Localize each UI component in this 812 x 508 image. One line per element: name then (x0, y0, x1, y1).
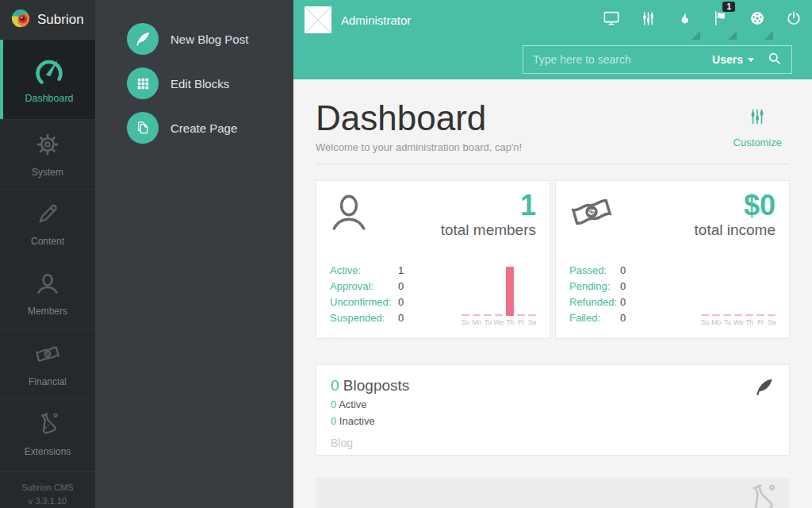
page-subtitle: Welcome to your administration board, ca… (316, 141, 522, 153)
members-card: 1 total members Active:1 Approval:0 Unco… (316, 180, 550, 339)
cache-flame-button[interactable] (666, 0, 703, 40)
sidebar-item-members[interactable]: Members (0, 259, 95, 329)
search-box: Users (523, 45, 792, 74)
blog-active-row: 0 Active (331, 398, 775, 411)
sidebar-item-label: Extensions (25, 446, 71, 457)
stat-value: 0 (620, 296, 626, 308)
chart-day-label: Tu (723, 318, 730, 326)
chart-column: Su (462, 314, 469, 326)
stat-row: Active:1 (330, 263, 404, 279)
stat-row: Failed:0 (569, 310, 626, 326)
subrion-logo-icon (10, 8, 31, 32)
stat-label[interactable]: Failed: (569, 310, 620, 326)
sidebar-item-dashboard[interactable]: Dashboard (0, 40, 95, 119)
sidebar-item-financial[interactable]: $ Financial (0, 329, 95, 398)
chart-day-label: Fr (518, 318, 524, 326)
search-icon (767, 51, 782, 68)
blog-inactive-count: 0 (331, 415, 336, 427)
stat-row: Pending:0 (569, 279, 626, 294)
sidebar: Subrion Dashboard Syste (0, 0, 95, 508)
flask-icon (35, 411, 60, 440)
flame-icon (677, 11, 692, 29)
stat-row: Unconfirmed:0 (330, 294, 404, 310)
quick-action-create-page[interactable]: Create Page (95, 112, 293, 144)
chart-column: Th (506, 267, 514, 326)
feather-icon (127, 23, 159, 55)
topbar-user-row: Administrator (293, 0, 812, 40)
stat-row: Refunded:0 (569, 294, 626, 310)
stat-label[interactable]: Pending: (569, 279, 620, 294)
avatar[interactable] (304, 6, 331, 33)
stat-label[interactable]: Unconfirmed: (330, 294, 398, 310)
chart-day-label: Mo (711, 318, 721, 326)
brand-name: Subrion (37, 12, 84, 28)
search-scope-dropdown[interactable]: Users (712, 53, 754, 66)
blogposts-title-label: Blogposts (343, 377, 409, 394)
stat-label[interactable]: Passed: (569, 263, 620, 279)
desktop-preview-button[interactable] (593, 0, 630, 40)
chart-column: Th (745, 314, 753, 326)
quick-action-edit-blocks[interactable]: Edit Blocks (95, 67, 293, 99)
total-income-value: $0 (695, 191, 776, 220)
wheel-icon (749, 10, 765, 29)
blog-active-label: Active (339, 398, 366, 410)
person-icon (36, 272, 59, 299)
sidebar-item-content[interactable]: Content (0, 189, 95, 259)
stat-value: 0 (620, 264, 626, 276)
pages-icon (127, 112, 159, 144)
logout-power-button[interactable] (776, 0, 812, 40)
stat-value: 0 (398, 312, 404, 324)
sidebar-item-system[interactable]: System (0, 119, 95, 189)
gear-icon (35, 132, 60, 160)
page-title: Dashboard (316, 99, 522, 137)
quick-action-label: New Blog Post (170, 33, 248, 46)
total-members-value: 1 (441, 191, 536, 220)
brand-logo[interactable]: Subrion (0, 0, 95, 40)
chart-day-label: Sa (768, 318, 776, 326)
stat-label[interactable]: Approval: (330, 279, 398, 294)
chart-column: Mo (712, 314, 720, 326)
members-week-chart: SuMoTuWeThFrSa (462, 267, 536, 326)
members-stats: Active:1 Approval:0 Unconfirmed:0 Suspen… (330, 263, 404, 326)
chart-day-label: Th (506, 318, 514, 326)
user-name[interactable]: Administrator (341, 13, 411, 27)
chart-column: Su (701, 314, 709, 326)
stat-value: 0 (620, 312, 626, 324)
sidebar-item-label: System (32, 167, 63, 178)
cms-version: Subrion CMS v 3.3.1.10 (0, 471, 95, 508)
page-head: Dashboard Welcome to your administration… (316, 99, 790, 153)
stat-value: 0 (398, 280, 404, 292)
plugins-wheel-button[interactable] (739, 0, 776, 40)
stat-label[interactable]: Active: (330, 263, 398, 279)
customize-button[interactable]: Customize (733, 99, 790, 153)
customize-sliders-icon (749, 115, 766, 129)
quick-action-new-blog-post[interactable]: New Blog Post (95, 23, 293, 55)
extensions-widget (316, 478, 790, 508)
blog-active-count: 0 (331, 398, 336, 410)
notification-badge: 1 (722, 2, 735, 12)
customize-label: Customize (733, 137, 782, 148)
chart-column: Fr (517, 314, 525, 326)
banknote-outline-icon: $ (569, 191, 614, 239)
search-input[interactable] (533, 53, 706, 66)
stat-label[interactable]: Refunded: (569, 294, 620, 310)
quick-action-label: Create Page (170, 121, 237, 135)
sidebar-item-extensions[interactable]: Extensions (0, 398, 95, 468)
sidebar-item-label: Financial (29, 376, 67, 387)
content: Dashboard Welcome to your administration… (293, 79, 812, 508)
topbar-search-row: Users (293, 40, 812, 79)
chart-column: Tu (723, 314, 731, 326)
blogposts-count: 0 (331, 377, 339, 394)
sliders-icon (641, 11, 656, 29)
chart-day-label: We (494, 318, 504, 326)
caret-down-icon (748, 58, 754, 62)
income-card: $ $0 total income Passed:0 Pending:0 Ref… (555, 180, 790, 339)
blogposts-title[interactable]: 0 Blogposts (331, 377, 775, 394)
stat-label[interactable]: Suspended: (330, 310, 398, 326)
cms-version-line1: Subrion CMS (0, 481, 95, 495)
pencil-icon (36, 202, 59, 229)
search-button[interactable] (767, 51, 782, 68)
notifications-flag-button[interactable]: 1 (703, 0, 739, 40)
flag-icon (713, 10, 729, 29)
settings-sliders-button[interactable] (630, 0, 666, 40)
